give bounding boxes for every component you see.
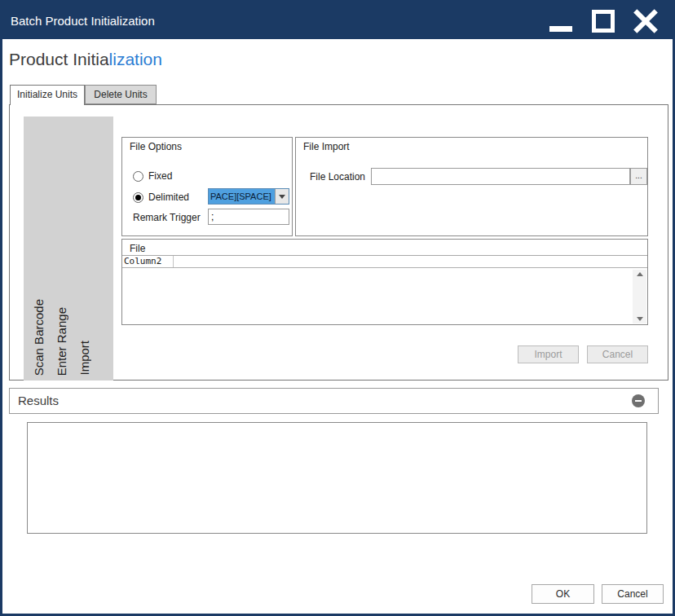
- title-bar: Batch Product Initialization: [2, 2, 673, 39]
- delimiter-combobox[interactable]: PACE][SPACE]: [208, 188, 289, 205]
- browse-button[interactable]: ...: [630, 168, 647, 185]
- delimiter-selected-value: PACE][SPACE]: [209, 189, 275, 204]
- results-title: Results: [18, 389, 59, 413]
- file-import-title: File Import: [303, 141, 350, 152]
- ok-button[interactable]: OK: [532, 584, 594, 604]
- grid-column-header[interactable]: Column2: [122, 256, 174, 267]
- minimize-button[interactable]: [543, 5, 579, 37]
- remark-trigger-label: Remark Trigger: [133, 212, 201, 223]
- file-location-label: File Location: [310, 171, 365, 183]
- file-import-group: File Import File Location ...: [295, 137, 648, 236]
- fixed-radio[interactable]: [133, 171, 143, 182]
- delimited-radio-label: Delimited: [148, 191, 189, 203]
- scroll-up-icon[interactable]: [637, 272, 643, 276]
- file-grid: Column2: [122, 255, 647, 324]
- page-title-dark: Product Initia: [9, 50, 109, 68]
- tab-delete-units[interactable]: Delete Units: [85, 85, 157, 104]
- grid-header-row: Column2: [122, 256, 647, 268]
- chevron-down-icon: [279, 195, 285, 199]
- file-options-group: File Options Fixed Delimited PACE][SPACE…: [121, 137, 293, 236]
- maximize-button[interactable]: [585, 5, 621, 37]
- app-window: Batch Product Initialization Product Ini…: [0, 0, 675, 616]
- close-button[interactable]: [628, 5, 664, 37]
- file-location-input[interactable]: [371, 168, 630, 185]
- file-options-title: File Options: [130, 141, 182, 152]
- scroll-down-icon[interactable]: [637, 317, 643, 321]
- remark-trigger-input[interactable]: [208, 209, 289, 225]
- initialize-units-panel: Scan Barcode Enter Range Import File Opt…: [9, 104, 668, 381]
- window-title: Batch Product Initialization: [11, 2, 155, 39]
- delimited-radio[interactable]: [133, 192, 143, 203]
- import-cancel-button[interactable]: Cancel: [587, 345, 648, 363]
- cancel-button[interactable]: Cancel: [602, 584, 664, 604]
- side-tab-scan-barcode[interactable]: Scan Barcode: [32, 299, 46, 376]
- delimited-radio-dot: [135, 195, 141, 200]
- delimited-radio-row: Delimited: [133, 191, 189, 203]
- minus-icon: [635, 400, 642, 402]
- fixed-radio-row: Fixed: [133, 170, 172, 182]
- fixed-radio-label: Fixed: [148, 170, 172, 182]
- close-icon: [633, 9, 658, 33]
- side-tab-enter-range[interactable]: Enter Range: [55, 307, 68, 376]
- results-output-area: [27, 422, 647, 534]
- delimiter-dropdown-button[interactable]: [275, 189, 289, 204]
- side-tab-import[interactable]: Import: [77, 341, 91, 376]
- page-title: Product Initialization: [9, 50, 162, 69]
- import-button[interactable]: Import: [518, 345, 579, 363]
- file-group-title: File: [130, 243, 145, 254]
- collapse-results-button[interactable]: [632, 394, 645, 407]
- grid-vertical-scrollbar[interactable]: [633, 270, 646, 323]
- side-tab-strip: Scan Barcode Enter Range Import: [24, 117, 113, 381]
- file-group: File Column2: [121, 239, 648, 325]
- maximize-icon: [592, 10, 615, 33]
- results-header: Results: [9, 388, 659, 414]
- page-title-blue: lization: [109, 50, 162, 68]
- tab-initialize-units[interactable]: Initialize Units: [10, 85, 85, 105]
- minimize-icon: [549, 26, 572, 32]
